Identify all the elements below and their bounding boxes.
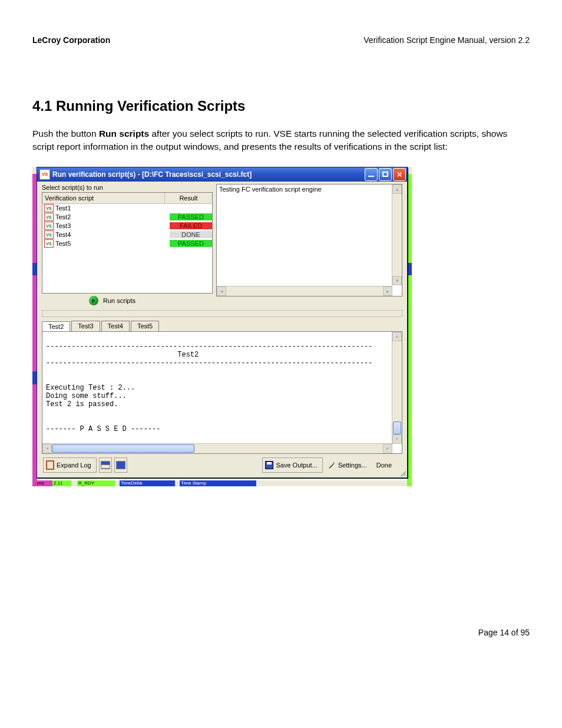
scroll-thumb[interactable] [393, 421, 401, 434]
select-scripts-label: Select script(s) to run [42, 184, 213, 191]
done-label: Done [376, 462, 392, 469]
section-paragraph: Push the button Run scripts after you se… [32, 127, 530, 154]
vertical-scrollbar[interactable]: ▴ ▾ [392, 332, 402, 444]
engine-message-text: Testing FC verification script engine [219, 186, 322, 193]
screenshot-container: VS Run verification script(s) - [D:\FC T… [32, 167, 412, 486]
scroll-up-icon[interactable]: ▴ [392, 185, 402, 194]
engine-message-box: Testing FC verification script engine ▴ … [216, 184, 402, 297]
scroll-up-icon[interactable]: ▴ [392, 332, 402, 341]
script-result: FAILED [170, 222, 212, 229]
header-company: LeCroy Corporation [32, 35, 110, 45]
list-item[interactable]: VS Test4 DONE [42, 230, 212, 239]
tab-test5[interactable]: Test5 [131, 321, 159, 331]
header-doc-title: Verification Script Engine Manual, versi… [363, 35, 530, 45]
scroll-right-icon[interactable]: ▸ [383, 444, 392, 453]
save-output-label: Save Output... [276, 462, 317, 469]
output-text: ----------------------------------------… [46, 342, 373, 433]
tab-test4[interactable]: Test4 [101, 321, 130, 331]
script-listview[interactable]: Verification script Result VS Test1 [42, 192, 213, 294]
titlebar[interactable]: VS Run verification script(s) - [D:\FC T… [37, 167, 407, 182]
layout-toggle-2[interactable] [114, 457, 127, 473]
page-number: Page 14 of 95 [32, 628, 530, 637]
expand-icon [46, 461, 54, 469]
script-name: Test4 [55, 231, 170, 238]
layout-stack-icon [101, 461, 110, 469]
section-heading: 4.1 Running Verification Scripts [32, 98, 530, 114]
vs-icon: VS [44, 204, 54, 212]
settings-label: Settings... [338, 462, 367, 469]
close-button[interactable]: × [393, 168, 406, 181]
list-item[interactable]: VS Test3 FAILED [42, 222, 212, 230]
script-result: PASSED [170, 213, 212, 220]
vse-dialog-window: VS Run verification script(s) - [D:\FC T… [37, 167, 408, 478]
scroll-thumb[interactable] [52, 444, 194, 453]
list-header[interactable]: Verification script Result [42, 193, 212, 204]
script-name: Test2 [55, 213, 170, 220]
minimize-button[interactable] [365, 168, 378, 181]
run-scripts-bold: Run scripts [99, 129, 149, 139]
layout-single-icon [116, 461, 125, 469]
script-result: DONE [170, 231, 212, 238]
script-name: Test3 [55, 222, 170, 229]
tab-test3[interactable]: Test3 [71, 321, 100, 331]
output-textarea[interactable]: ----------------------------------------… [42, 331, 402, 454]
save-icon [265, 461, 273, 469]
list-item[interactable]: VS Test1 [42, 204, 212, 213]
save-output-button[interactable]: Save Output... [262, 457, 322, 473]
scroll-left-icon[interactable]: ◂ [42, 444, 52, 453]
scroll-down-icon[interactable]: ▾ [392, 434, 402, 444]
settings-button[interactable]: Settings... [325, 458, 372, 472]
maximize-button[interactable] [379, 168, 392, 181]
resize-grip[interactable] [399, 469, 406, 476]
script-result: PASSED [170, 240, 212, 247]
window-title: Run verification script(s) - [D:\FC Trac… [52, 170, 365, 179]
col-header-result[interactable]: Result [165, 195, 212, 202]
list-item[interactable]: VS Test5 PASSED [42, 239, 212, 248]
expand-log-button[interactable]: Expand Log [43, 457, 97, 473]
vs-icon: VS [44, 239, 54, 248]
vs-icon: VS [44, 213, 54, 221]
col-header-script[interactable]: Verification script [42, 193, 165, 203]
background-decoration: rame 2.11 R_RDY TimeDelta Time Stamp [32, 480, 412, 486]
splitter[interactable] [42, 310, 402, 317]
horizontal-scrollbar[interactable]: ◂ ▸ [42, 443, 392, 453]
vs-icon: VS [44, 222, 54, 230]
tab-test2[interactable]: Test2 [42, 321, 70, 332]
run-scripts-button[interactable]: Run scripts [103, 297, 135, 304]
paragraph-part-1: Push the button [32, 129, 99, 139]
done-button[interactable]: Done [374, 458, 401, 472]
scroll-right-icon[interactable]: ▸ [383, 286, 392, 296]
layout-toggle-1[interactable] [99, 457, 112, 473]
script-name: Test5 [55, 240, 170, 247]
settings-icon [328, 461, 336, 469]
horizontal-scrollbar[interactable]: ◂ ▸ [217, 286, 392, 296]
scroll-down-icon[interactable]: ▾ [392, 276, 402, 285]
vertical-scrollbar[interactable]: ▴ ▾ [392, 185, 402, 285]
vs-icon: VS [44, 230, 54, 239]
app-icon: VS [39, 169, 50, 180]
script-name: Test1 [55, 205, 170, 212]
expand-log-label: Expand Log [57, 462, 91, 469]
play-icon [89, 296, 98, 305]
list-item[interactable]: VS Test2 PASSED [42, 213, 212, 222]
output-tabs: Test2 Test3 Test4 Test5 [42, 321, 402, 331]
scroll-left-icon[interactable]: ◂ [217, 286, 226, 296]
